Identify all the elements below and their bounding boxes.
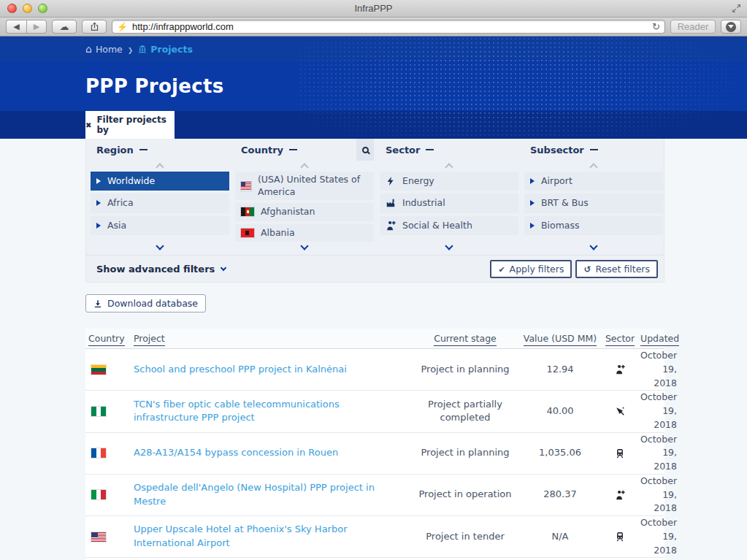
project-link[interactable]: Ospedale dell'Angelo (New Hospital) PPP … (134, 481, 410, 509)
filter-header-region[interactable]: Region (91, 145, 229, 156)
close-icon[interactable] (85, 120, 91, 130)
subsector-item-label: Biomass (541, 220, 580, 231)
downloads-button[interactable] (721, 20, 741, 34)
back-button[interactable]: ◀ (6, 20, 26, 34)
expand-arrow-icon[interactable] (530, 223, 535, 229)
nav-buttons: ◀ ▶ (6, 20, 47, 34)
filter-header-subsector[interactable]: Subsector (524, 145, 663, 156)
expand-arrow-icon[interactable] (530, 178, 535, 184)
scroll-up-icon[interactable] (445, 163, 453, 171)
project-link[interactable]: A28-A13/A154 bypass concession in Rouen (134, 446, 410, 460)
expand-arrow-icon[interactable] (530, 200, 535, 206)
forward-button[interactable]: ▶ (26, 20, 47, 34)
energy-icon (386, 176, 396, 186)
breadcrumb-home-label[interactable]: Home (96, 44, 123, 55)
expand-arrow-icon[interactable] (96, 200, 101, 206)
project-link[interactable]: Upper Upscale Hotel at Phoenix's Sky Har… (134, 523, 410, 551)
scroll-up-icon[interactable] (156, 163, 164, 171)
reader-button[interactable]: Reader (670, 20, 716, 34)
breadcrumb-home[interactable]: Home (85, 43, 123, 55)
country-label: Country (241, 145, 283, 156)
country-item-afghanistan[interactable]: Afghanistan (235, 203, 374, 221)
region-item-asia[interactable]: Asia (91, 216, 229, 235)
chevron-down-icon (221, 264, 226, 270)
projects-table: Country Project Current stage Value (USD… (85, 329, 664, 560)
table-row: A28-A13/A154 bypass concession in Rouen … (85, 433, 664, 475)
scroll-down-icon[interactable] (589, 242, 597, 250)
updated-cell: October 19,2018 (640, 433, 678, 474)
region-item-label: Asia (107, 220, 126, 231)
scroll-up-icon[interactable] (300, 163, 308, 171)
subsector-item-brt-bus[interactable]: BRT & Bus (524, 193, 663, 212)
value-cell: N/A (521, 530, 599, 544)
breadcrumb: Home Projects (85, 43, 664, 55)
column-header-project[interactable]: Project (134, 333, 410, 344)
region-item-worldwide[interactable]: Worldwide (91, 172, 229, 191)
project-link[interactable]: TCN's fiber optic cable telecommunicatio… (134, 398, 410, 426)
column-header-value[interactable]: Value (USD MM) (521, 333, 599, 344)
expand-arrow-icon[interactable] (96, 223, 101, 229)
column-header-country[interactable]: Country (88, 333, 134, 344)
window-title: InfraPPP (0, 3, 747, 14)
table-row: School and preschool PPP project in Kaln… (85, 349, 664, 391)
filter-footer: Show advanced filters Apply filters Rese… (86, 255, 664, 282)
usa-flag-icon (91, 532, 106, 542)
filter-tab-label: Filter projects by (96, 115, 175, 135)
sector-label: Sector (386, 145, 420, 156)
sector-item-industrial[interactable]: Industrial (380, 193, 518, 212)
country-list: (USA) United States of America Afghanist… (235, 161, 374, 253)
scroll-down-icon[interactable] (445, 242, 453, 250)
region-item-africa[interactable]: Africa (91, 193, 229, 212)
icloud-tabs-button[interactable]: ☁ (52, 20, 77, 34)
filter-header-sector[interactable]: Sector (380, 145, 518, 156)
breadcrumb-projects-label[interactable]: Projects (150, 44, 193, 55)
table-row: Ospedale dell'Angelo (New Hospital) PPP … (85, 475, 664, 516)
scroll-down-icon[interactable] (300, 242, 308, 250)
site-favicon: ⚡ (117, 22, 128, 32)
collapse-icon[interactable] (289, 149, 297, 151)
subsector-item-airport[interactable]: Airport (524, 172, 663, 191)
breadcrumb-projects[interactable]: Projects (138, 44, 193, 55)
value-cell: 12.94 (521, 363, 599, 377)
project-link[interactable]: School and preschool PPP project in Kaln… (134, 363, 410, 377)
country-item-albania[interactable]: Albania (235, 224, 374, 242)
show-advanced-filters[interactable]: Show advanced filters (96, 264, 226, 275)
collapse-icon[interactable] (590, 149, 598, 151)
table-row: TCN's fiber optic cable telecommunicatio… (85, 391, 664, 432)
building-icon (138, 45, 147, 53)
collapse-icon[interactable] (426, 149, 434, 151)
share-button[interactable] (82, 20, 107, 34)
sector-icon (615, 448, 625, 459)
column-header-updated[interactable]: Updated (640, 333, 681, 344)
reset-filters-button[interactable]: Reset filters (575, 260, 658, 278)
us-flag-icon (241, 182, 251, 191)
sector-item-energy[interactable]: Energy (380, 172, 518, 191)
subsector-list: Airport BRT & Bus Biomass (524, 161, 663, 253)
stage-cell: Project in tender (410, 530, 521, 544)
column-header-stage[interactable]: Current stage (410, 333, 521, 344)
column-header-sector[interactable]: Sector (599, 333, 640, 344)
health-icon (386, 220, 396, 231)
apply-filters-button[interactable]: Apply filters (490, 260, 572, 278)
stage-cell: Project in operation (410, 488, 521, 502)
sector-item-label: Energy (402, 175, 434, 187)
country-search-button[interactable] (356, 139, 374, 161)
country-item-usa[interactable]: (USA) United States of America (235, 172, 374, 200)
afghanistan-flag-icon (241, 207, 254, 216)
scroll-down-icon[interactable] (156, 242, 164, 250)
subsector-item-biomass[interactable]: Biomass (524, 216, 663, 235)
filter-headers: Region Country Sector Subsector (86, 139, 664, 161)
reload-icon[interactable]: ↻ (652, 21, 660, 32)
fullscreen-icon[interactable] (732, 4, 741, 13)
download-database-button[interactable]: Download database (85, 294, 206, 312)
scroll-up-icon[interactable] (589, 163, 597, 171)
filter-header-country[interactable]: Country (235, 139, 374, 161)
url-text[interactable]: http://infrapppworld.com (132, 21, 648, 32)
collapse-icon[interactable] (139, 149, 148, 151)
sector-icon (615, 406, 625, 416)
sector-item-social-health[interactable]: Social & Health (380, 216, 518, 235)
stage-cell: Project partially completed (410, 398, 521, 426)
filter-tab[interactable]: Filter projects by (85, 111, 175, 139)
address-bar[interactable]: ⚡ http://infrapppworld.com ↻ (112, 20, 665, 34)
expand-arrow-icon[interactable] (96, 178, 101, 184)
